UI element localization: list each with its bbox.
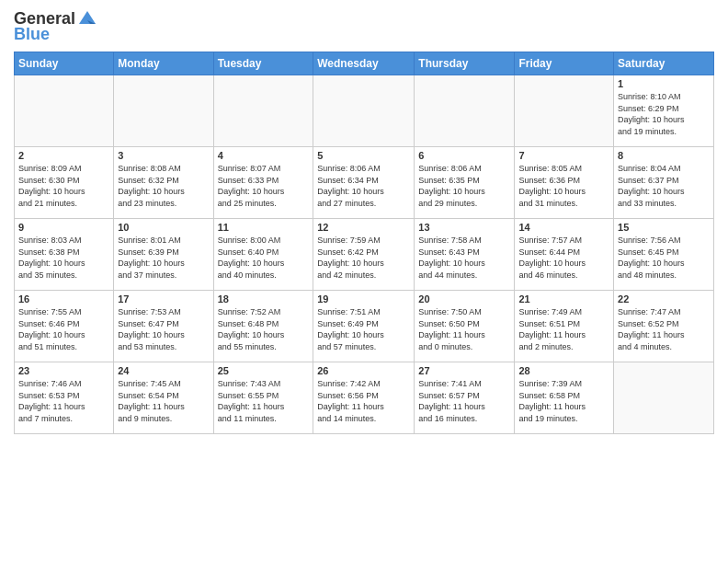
day-info: Sunrise: 8:00 AM Sunset: 6:40 PM Dayligh… — [218, 235, 310, 281]
day-info: Sunrise: 8:04 AM Sunset: 6:37 PM Dayligh… — [618, 163, 710, 209]
day-info: Sunrise: 8:01 AM Sunset: 6:39 PM Dayligh… — [118, 235, 209, 281]
day-info: Sunrise: 8:03 AM Sunset: 6:38 PM Dayligh… — [18, 235, 109, 281]
calendar-cell — [213, 75, 313, 147]
calendar-cell: 3Sunrise: 8:08 AM Sunset: 6:32 PM Daylig… — [114, 147, 213, 219]
calendar-cell — [614, 362, 714, 434]
calendar-week-3: 16Sunrise: 7:55 AM Sunset: 6:46 PM Dayli… — [15, 291, 714, 362]
day-number: 15 — [618, 222, 710, 233]
day-info: Sunrise: 8:09 AM Sunset: 6:30 PM Dayligh… — [18, 163, 109, 209]
day-info: Sunrise: 8:06 AM Sunset: 6:34 PM Dayligh… — [317, 163, 410, 209]
calendar-cell: 24Sunrise: 7:45 AM Sunset: 6:54 PM Dayli… — [114, 362, 213, 434]
day-info: Sunrise: 8:05 AM Sunset: 6:36 PM Dayligh… — [518, 163, 609, 209]
calendar-cell: 18Sunrise: 7:52 AM Sunset: 6:48 PM Dayli… — [213, 291, 313, 362]
day-info: Sunrise: 7:59 AM Sunset: 6:42 PM Dayligh… — [317, 235, 410, 281]
calendar-cell — [15, 75, 114, 147]
day-number: 9 — [18, 222, 109, 233]
day-number: 17 — [118, 293, 209, 304]
logo-icon — [77, 7, 97, 28]
calendar-cell: 21Sunrise: 7:49 AM Sunset: 6:51 PM Dayli… — [515, 291, 614, 362]
day-info: Sunrise: 8:06 AM Sunset: 6:35 PM Dayligh… — [418, 163, 510, 209]
weekday-header-sunday: Sunday — [15, 52, 114, 75]
day-number: 18 — [218, 293, 310, 304]
calendar-cell — [515, 75, 614, 147]
day-number: 6 — [418, 150, 510, 161]
day-info: Sunrise: 7:42 AM Sunset: 6:56 PM Dayligh… — [317, 378, 410, 424]
day-info: Sunrise: 7:51 AM Sunset: 6:49 PM Dayligh… — [317, 306, 410, 352]
calendar-cell — [415, 75, 515, 147]
day-number: 27 — [418, 365, 510, 376]
day-number: 16 — [18, 293, 109, 304]
calendar-cell: 27Sunrise: 7:41 AM Sunset: 6:57 PM Dayli… — [415, 362, 515, 434]
day-number: 10 — [118, 222, 209, 233]
day-number: 20 — [418, 293, 510, 304]
day-number: 28 — [518, 365, 609, 376]
day-number: 24 — [118, 365, 209, 376]
day-number: 13 — [418, 222, 510, 233]
calendar-cell: 25Sunrise: 7:43 AM Sunset: 6:55 PM Dayli… — [213, 362, 313, 434]
calendar-body: 1Sunrise: 8:10 AM Sunset: 6:29 PM Daylig… — [15, 75, 714, 434]
calendar-cell: 8Sunrise: 8:04 AM Sunset: 6:37 PM Daylig… — [614, 147, 714, 219]
day-info: Sunrise: 7:47 AM Sunset: 6:52 PM Dayligh… — [618, 306, 710, 352]
day-info: Sunrise: 7:55 AM Sunset: 6:46 PM Dayligh… — [18, 306, 109, 352]
day-info: Sunrise: 7:58 AM Sunset: 6:43 PM Dayligh… — [418, 235, 510, 281]
weekday-header-saturday: Saturday — [614, 52, 714, 75]
calendar-cell — [313, 75, 415, 147]
logo-blue-text: Blue — [14, 25, 50, 44]
day-info: Sunrise: 7:50 AM Sunset: 6:50 PM Dayligh… — [418, 306, 510, 352]
calendar-cell: 22Sunrise: 7:47 AM Sunset: 6:52 PM Dayli… — [614, 291, 714, 362]
svg-marker-0 — [79, 11, 96, 24]
calendar-cell: 10Sunrise: 8:01 AM Sunset: 6:39 PM Dayli… — [114, 219, 213, 291]
calendar-cell: 1Sunrise: 8:10 AM Sunset: 6:29 PM Daylig… — [614, 75, 714, 147]
calendar-cell: 26Sunrise: 7:42 AM Sunset: 6:56 PM Dayli… — [313, 362, 415, 434]
calendar-header: SundayMondayTuesdayWednesdayThursdayFrid… — [15, 52, 714, 75]
weekday-header-thursday: Thursday — [415, 52, 515, 75]
day-info: Sunrise: 8:10 AM Sunset: 6:29 PM Dayligh… — [618, 91, 710, 137]
day-number: 23 — [18, 365, 109, 376]
day-number: 8 — [618, 150, 710, 161]
day-number: 21 — [518, 293, 609, 304]
day-info: Sunrise: 7:41 AM Sunset: 6:57 PM Dayligh… — [418, 378, 510, 424]
calendar-cell: 20Sunrise: 7:50 AM Sunset: 6:50 PM Dayli… — [415, 291, 515, 362]
calendar-cell: 23Sunrise: 7:46 AM Sunset: 6:53 PM Dayli… — [15, 362, 114, 434]
day-number: 4 — [218, 150, 310, 161]
calendar-week-2: 9Sunrise: 8:03 AM Sunset: 6:38 PM Daylig… — [15, 219, 714, 291]
day-info: Sunrise: 8:08 AM Sunset: 6:32 PM Dayligh… — [118, 163, 209, 209]
day-info: Sunrise: 7:53 AM Sunset: 6:47 PM Dayligh… — [118, 306, 209, 352]
day-number: 19 — [317, 293, 410, 304]
calendar-week-0: 1Sunrise: 8:10 AM Sunset: 6:29 PM Daylig… — [15, 75, 714, 147]
calendar-cell: 14Sunrise: 7:57 AM Sunset: 6:44 PM Dayli… — [515, 219, 614, 291]
calendar-cell — [114, 75, 213, 147]
calendar-cell: 28Sunrise: 7:39 AM Sunset: 6:58 PM Dayli… — [515, 362, 614, 434]
calendar-cell: 11Sunrise: 8:00 AM Sunset: 6:40 PM Dayli… — [213, 219, 313, 291]
calendar-cell: 17Sunrise: 7:53 AM Sunset: 6:47 PM Dayli… — [114, 291, 213, 362]
weekday-row: SundayMondayTuesdayWednesdayThursdayFrid… — [15, 52, 714, 75]
page-header: General Blue — [14, 9, 714, 44]
day-number: 26 — [317, 365, 410, 376]
calendar-cell: 6Sunrise: 8:06 AM Sunset: 6:35 PM Daylig… — [415, 147, 515, 219]
day-info: Sunrise: 7:45 AM Sunset: 6:54 PM Dayligh… — [118, 378, 209, 424]
calendar-cell: 19Sunrise: 7:51 AM Sunset: 6:49 PM Dayli… — [313, 291, 415, 362]
day-number: 1 — [618, 78, 710, 89]
calendar-table: SundayMondayTuesdayWednesdayThursdayFrid… — [14, 52, 714, 434]
day-number: 7 — [518, 150, 609, 161]
day-info: Sunrise: 7:56 AM Sunset: 6:45 PM Dayligh… — [618, 235, 710, 281]
weekday-header-friday: Friday — [515, 52, 614, 75]
weekday-header-wednesday: Wednesday — [313, 52, 415, 75]
day-info: Sunrise: 7:46 AM Sunset: 6:53 PM Dayligh… — [18, 378, 109, 424]
day-number: 11 — [218, 222, 310, 233]
day-number: 14 — [518, 222, 609, 233]
calendar-cell: 16Sunrise: 7:55 AM Sunset: 6:46 PM Dayli… — [15, 291, 114, 362]
weekday-header-tuesday: Tuesday — [213, 52, 313, 75]
day-number: 2 — [18, 150, 109, 161]
calendar-cell: 9Sunrise: 8:03 AM Sunset: 6:38 PM Daylig… — [15, 219, 114, 291]
day-info: Sunrise: 7:43 AM Sunset: 6:55 PM Dayligh… — [218, 378, 310, 424]
logo-block: General Blue — [14, 9, 97, 44]
calendar-cell: 15Sunrise: 7:56 AM Sunset: 6:45 PM Dayli… — [614, 219, 714, 291]
day-info: Sunrise: 8:07 AM Sunset: 6:33 PM Dayligh… — [218, 163, 310, 209]
calendar-cell: 2Sunrise: 8:09 AM Sunset: 6:30 PM Daylig… — [15, 147, 114, 219]
day-number: 25 — [218, 365, 310, 376]
calendar-cell: 13Sunrise: 7:58 AM Sunset: 6:43 PM Dayli… — [415, 219, 515, 291]
calendar-cell: 5Sunrise: 8:06 AM Sunset: 6:34 PM Daylig… — [313, 147, 415, 219]
day-info: Sunrise: 7:39 AM Sunset: 6:58 PM Dayligh… — [518, 378, 609, 424]
calendar-cell: 7Sunrise: 8:05 AM Sunset: 6:36 PM Daylig… — [515, 147, 614, 219]
